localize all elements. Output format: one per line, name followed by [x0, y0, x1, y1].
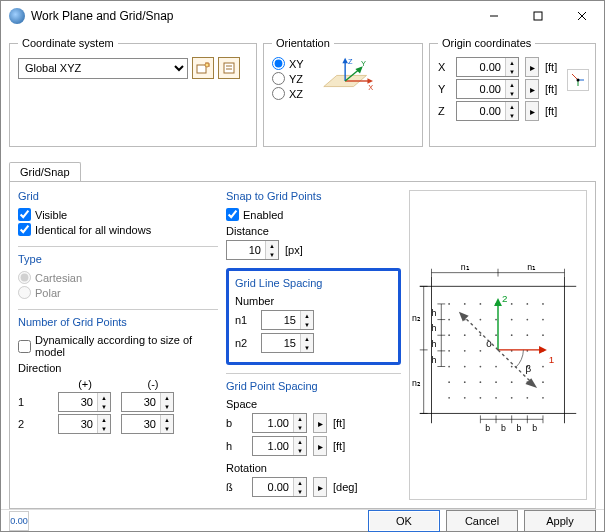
orientation-panel: Orientation XY YZ XZ [263, 37, 423, 147]
direction-1-minus-input[interactable]: ▲▼ [121, 392, 174, 412]
coordinate-system-legend: Coordinate system [18, 37, 118, 49]
cancel-button[interactable]: Cancel [446, 510, 518, 532]
origin-z-input[interactable]: ▲▼ [456, 101, 519, 121]
svg-text:n₂: n₂ [412, 378, 421, 388]
apply-button[interactable]: Apply [524, 510, 596, 532]
axis-icon: Z X Y [312, 55, 382, 107]
svg-point-86 [511, 397, 513, 399]
origin-legend: Origin coordinates [438, 37, 535, 49]
svg-point-55 [448, 334, 450, 336]
ok-button[interactable]: OK [368, 510, 440, 532]
svg-text:b: b [501, 423, 506, 433]
origin-x-unit: [ft] [545, 61, 557, 73]
svg-point-71 [495, 366, 497, 368]
pick-origin-button[interactable] [567, 69, 589, 91]
svg-point-62 [448, 350, 450, 352]
direction-plus-header: (+) [56, 378, 114, 390]
svg-point-48 [448, 319, 450, 321]
origin-y-step-button[interactable]: ▸ [525, 79, 539, 99]
svg-point-5 [205, 63, 209, 67]
svg-point-75 [448, 381, 450, 383]
ptspacing-b-label: b [226, 417, 246, 429]
svg-text:n₁: n₁ [527, 262, 536, 272]
snap-distance-unit: [px] [285, 244, 303, 256]
origin-z-step-button[interactable]: ▸ [525, 101, 539, 121]
svg-rect-4 [197, 65, 206, 73]
numpts-title: Number of Grid Points [18, 316, 218, 328]
ptspacing-beta-step[interactable]: ▸ [313, 477, 327, 497]
svg-point-84 [480, 397, 482, 399]
origin-x-label: X [438, 61, 450, 73]
ptspacing-h-step[interactable]: ▸ [313, 436, 327, 456]
linespacing-n2-input[interactable]: ▲▼ [261, 333, 314, 353]
type-polar-radio[interactable]: Polar [18, 286, 218, 299]
ucs-list-button[interactable] [218, 57, 240, 79]
svg-point-57 [480, 334, 482, 336]
orientation-xz-radio[interactable]: XZ [272, 87, 304, 100]
svg-rect-1 [534, 12, 542, 20]
coordinate-system-select[interactable]: Global XYZ [18, 58, 188, 79]
minimize-button[interactable] [472, 1, 516, 31]
origin-y-input[interactable]: ▲▼ [456, 79, 519, 99]
tab-grid-snap[interactable]: Grid/Snap [9, 162, 81, 181]
svg-point-83 [464, 397, 466, 399]
svg-point-70 [480, 366, 482, 368]
ptspacing-b-step[interactable]: ▸ [313, 413, 327, 433]
svg-point-78 [495, 381, 497, 383]
snap-distance-input[interactable]: ▲▼ [226, 240, 279, 260]
ptspacing-space-label: Space [226, 398, 401, 410]
type-cartesian-radio[interactable]: Cartesian [18, 271, 218, 284]
svg-point-76 [464, 381, 466, 383]
direction-1-plus-input[interactable]: ▲▼ [58, 392, 111, 412]
svg-point-47 [542, 303, 544, 305]
svg-text:h: h [432, 355, 437, 365]
direction-2-plus-input[interactable]: ▲▼ [58, 414, 111, 434]
svg-point-41 [448, 303, 450, 305]
linespacing-n1-label: n1 [235, 314, 255, 326]
svg-point-45 [511, 303, 513, 305]
orientation-yz-radio[interactable]: YZ [272, 72, 304, 85]
svg-text:h: h [432, 339, 437, 349]
origin-x-step-button[interactable]: ▸ [525, 57, 539, 77]
ptspacing-beta-label: ß [226, 481, 246, 493]
top-panels: Coordinate system Global XYZ Orientation [9, 37, 596, 147]
ptspacing-h-label: h [226, 440, 246, 452]
direction-2-minus-input[interactable]: ▲▼ [121, 414, 174, 434]
direction-label: Direction [18, 362, 218, 374]
svg-point-64 [480, 350, 482, 352]
ptspacing-h-input[interactable]: ▲▼ [252, 436, 307, 456]
svg-point-87 [526, 397, 528, 399]
linespacing-n1-input[interactable]: ▲▼ [261, 310, 314, 330]
maximize-button[interactable] [516, 1, 560, 31]
origin-coordinates-panel: Origin coordinates X ▲▼ ▸ [ft] Y ▲▼ [429, 37, 596, 147]
close-button[interactable] [560, 1, 604, 31]
linespacing-number-label: Number [235, 295, 392, 307]
svg-text:b: b [517, 423, 522, 433]
orientation-xy-radio[interactable]: XY [272, 57, 304, 70]
new-ucs-button[interactable] [192, 57, 214, 79]
numpts-dynamic-checkbox[interactable]: Dynamically according to size of model [18, 334, 218, 358]
svg-text:β: β [525, 363, 531, 374]
ptspacing-b-unit: [ft] [333, 417, 345, 429]
dialog-window: Work Plane and Grid/Snap Coordinate syst… [0, 0, 605, 532]
grid-group: Grid Visible Identical for all windows [18, 190, 218, 238]
grid-visible-checkbox[interactable]: Visible [18, 208, 218, 221]
svg-point-50 [480, 319, 482, 321]
svg-point-77 [480, 381, 482, 383]
decimal-places-button[interactable]: 0.00 [9, 511, 29, 531]
snap-title: Snap to Grid Points [226, 190, 401, 202]
svg-text:n₂: n₂ [412, 313, 421, 323]
linespacing-n2-label: n2 [235, 337, 255, 349]
svg-text:h: h [432, 308, 437, 318]
svg-point-88 [542, 397, 544, 399]
origin-y-unit: [ft] [545, 83, 557, 95]
ptspacing-b-input[interactable]: ▲▼ [252, 413, 307, 433]
ptspacing-rotation-label: Rotation [226, 462, 401, 474]
svg-point-79 [511, 381, 513, 383]
svg-line-96 [463, 316, 498, 350]
grid-identical-checkbox[interactable]: Identical for all windows [18, 223, 218, 236]
snap-enabled-checkbox[interactable]: Enabled [226, 208, 401, 221]
svg-rect-6 [224, 63, 234, 73]
ptspacing-beta-input[interactable]: ▲▼ [252, 477, 307, 497]
origin-x-input[interactable]: ▲▼ [456, 57, 519, 77]
